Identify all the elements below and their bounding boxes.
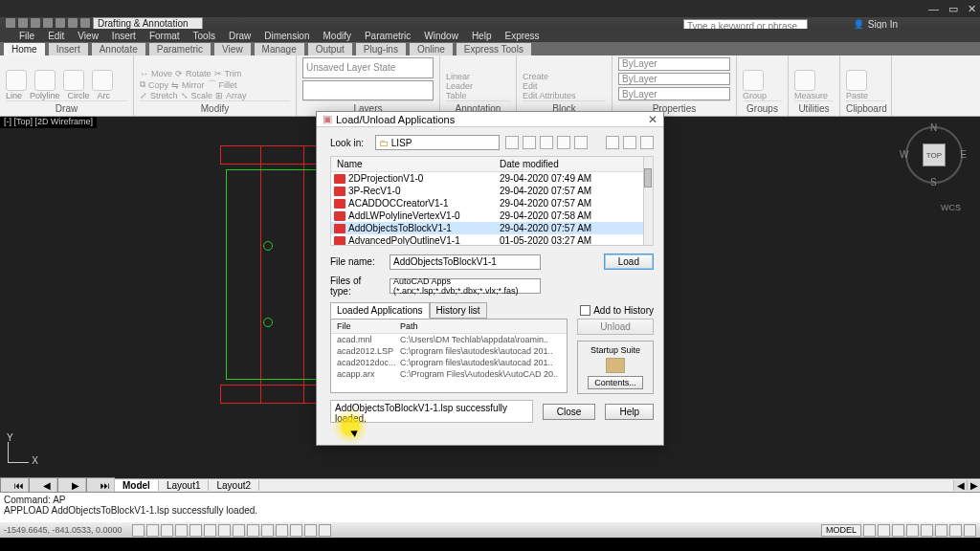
lw-bylayer[interactable]: ByLayer xyxy=(618,73,730,86)
filetype-dropdown[interactable]: AutoCAD Apps (*.arx;*.lsp;*.dvb;*.dbx;*.… xyxy=(390,278,541,294)
file-row[interactable]: AddObjectsToBlockV1-129-04-2020 07:57 AM xyxy=(331,222,653,234)
menu-edit[interactable]: Edit xyxy=(48,31,64,41)
tab-express[interactable]: Express Tools xyxy=(457,43,531,55)
tool1-icon[interactable] xyxy=(606,136,619,149)
undo-icon[interactable] xyxy=(56,18,65,28)
viewport-label[interactable]: [-] [Top] [2D Wireframe] xyxy=(0,117,97,128)
menu-help[interactable]: Help xyxy=(472,31,492,41)
tool3-icon[interactable] xyxy=(640,136,654,149)
menu-window[interactable]: Window xyxy=(424,31,458,41)
polyline-tool-icon[interactable] xyxy=(34,70,56,91)
open-icon[interactable] xyxy=(31,18,40,28)
menu-view[interactable]: View xyxy=(78,31,99,41)
menu-parametric[interactable]: Parametric xyxy=(365,31,411,41)
group-icon[interactable] xyxy=(743,70,764,91)
maximize-icon[interactable]: ▭ xyxy=(948,3,958,15)
measure-icon[interactable] xyxy=(794,70,815,91)
line-tool-icon[interactable] xyxy=(6,70,27,91)
file-row[interactable]: 2DProjectionV1-029-04-2020 07:49 AM xyxy=(331,172,653,185)
tab-model[interactable]: Model xyxy=(115,480,159,491)
panel-clipboard: Clipboard xyxy=(846,100,885,116)
tab-output[interactable]: Output xyxy=(308,43,352,55)
back-icon[interactable] xyxy=(505,136,519,149)
tab-plugins[interactable]: Plug-ins xyxy=(356,43,406,55)
command-line[interactable]: Command: AP APPLOAD AddObjectsToBlockV1-… xyxy=(0,492,980,522)
loaded-apps-list[interactable]: FilePath acad.mnlC:\Users\DM Techlab\app… xyxy=(330,319,568,393)
search-icon[interactable] xyxy=(540,136,553,149)
newfolder-icon[interactable] xyxy=(557,136,570,149)
file-row[interactable]: AddLWPolylineVertexV1-029-04-2020 07:58 … xyxy=(331,209,653,222)
panel-groups: Groups xyxy=(743,100,782,116)
app-icon xyxy=(6,18,15,28)
tab-insert[interactable]: Insert xyxy=(49,43,88,55)
loaded-row[interactable]: acapp.arxC:\Program Files\Autodesk\AutoC… xyxy=(331,368,567,380)
new-icon[interactable] xyxy=(18,18,28,28)
col-name[interactable]: Name xyxy=(331,157,494,171)
up-icon[interactable] xyxy=(523,136,536,149)
arc-tool-icon[interactable] xyxy=(92,70,113,91)
tool2-icon[interactable] xyxy=(623,136,636,149)
coordinates-readout: -1549.6645, -841.0533, 0.0000 xyxy=(4,525,122,535)
menu-insert[interactable]: Insert xyxy=(112,31,136,41)
print-icon[interactable] xyxy=(80,18,90,28)
add-history-label: Add to History xyxy=(593,305,654,316)
file-row[interactable]: AdvancedPolyOutlineV1-101-05-2020 03:27 … xyxy=(331,234,653,246)
tab-view[interactable]: View xyxy=(214,43,251,55)
tab-layout1[interactable]: Layout1 xyxy=(159,480,210,491)
col-date[interactable]: Date modified xyxy=(494,157,653,171)
save-icon[interactable] xyxy=(43,18,53,28)
menu-format[interactable]: Format xyxy=(149,31,180,41)
menu-file[interactable]: File xyxy=(19,31,34,41)
hscroll-left-icon[interactable]: ◀ xyxy=(953,480,967,491)
tab-layout2[interactable]: Layout2 xyxy=(209,480,259,491)
filename-input[interactable]: AddObjectsToBlockV1-1 xyxy=(390,254,541,270)
unload-button[interactable]: Unload xyxy=(577,319,654,335)
loaded-row[interactable]: acad2012.LSPC:\program files\autodesk\au… xyxy=(331,345,567,357)
close-window-icon[interactable]: ✕ xyxy=(968,3,976,15)
file-list[interactable]: Name Date modified 2DProjectionV1-029-04… xyxy=(330,156,654,246)
file-row[interactable]: 3P-RecV1-029-04-2020 07:57 AM xyxy=(331,185,653,197)
close-button[interactable]: Close xyxy=(543,404,596,420)
loaded-row[interactable]: acad2012doc...C:\program files\autodesk\… xyxy=(331,357,567,368)
lisp-file-icon xyxy=(334,199,345,209)
lt-bylayer[interactable]: ByLayer xyxy=(618,87,730,100)
redo-icon[interactable] xyxy=(68,18,78,28)
file-row[interactable]: ACADDOCCreatorV1-129-04-2020 07:57 AM xyxy=(331,197,653,209)
load-status-message: AddObjectsToBlockV1-1.lsp successfully l… xyxy=(330,400,533,423)
tab-home[interactable]: Home xyxy=(4,43,45,55)
ucs-icon: Y X xyxy=(8,442,29,463)
views-icon[interactable] xyxy=(574,136,588,149)
color-bylayer[interactable]: ByLayer xyxy=(618,57,730,71)
loaded-row[interactable]: acad.mnlC:\Users\DM Techlab\appdata\roam… xyxy=(331,334,567,345)
load-button[interactable]: Load xyxy=(604,253,654,270)
tab-parametric[interactable]: Parametric xyxy=(149,43,211,55)
circle-tool-icon[interactable] xyxy=(63,70,84,91)
add-history-checkbox[interactable] xyxy=(580,305,590,316)
panel-modify: Modify xyxy=(140,100,290,116)
menu-tools[interactable]: Tools xyxy=(193,31,215,41)
tab-annotate[interactable]: Annotate xyxy=(92,43,145,55)
view-cube[interactable]: TOP NSEW WCS xyxy=(905,126,963,184)
lookin-dropdown[interactable]: 🗀LISP xyxy=(375,135,500,150)
paste-icon[interactable] xyxy=(846,70,867,91)
model-space-toggle[interactable]: MODEL xyxy=(821,524,861,537)
help-button[interactable]: Help xyxy=(605,404,654,420)
minimize-icon[interactable]: — xyxy=(928,3,939,15)
workspace-dropdown[interactable]: Drafting & Annotation xyxy=(93,17,203,30)
tab-history-list[interactable]: History list xyxy=(430,302,487,319)
tab-manage[interactable]: Manage xyxy=(255,43,304,55)
menu-draw[interactable]: Draw xyxy=(229,31,251,41)
hscroll-right-icon[interactable]: ▶ xyxy=(967,480,980,491)
menu-express[interactable]: Express xyxy=(504,31,539,41)
layer-dropdown[interactable] xyxy=(302,80,434,101)
file-scroll-thumb[interactable] xyxy=(644,168,652,187)
close-icon[interactable]: ✕ xyxy=(648,113,657,126)
tab-online[interactable]: Online xyxy=(410,43,453,55)
menu-modify[interactable]: Modify xyxy=(323,31,351,41)
tab-loaded-apps[interactable]: Loaded Applications xyxy=(330,302,430,319)
layer-state-dropdown[interactable]: Unsaved Layer State xyxy=(302,57,434,78)
contents-button[interactable]: Contents... xyxy=(588,376,643,389)
drafting-toggles[interactable] xyxy=(132,524,331,537)
dialog-title: Load/Unload Applications xyxy=(336,114,455,125)
menu-dimension[interactable]: Dimension xyxy=(264,31,309,41)
